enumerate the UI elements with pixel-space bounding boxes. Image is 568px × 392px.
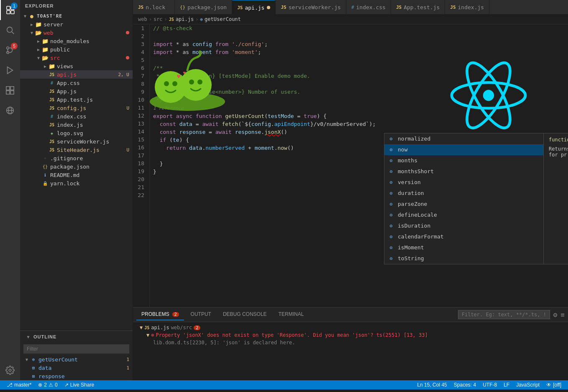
language-label: JavaScript [516, 382, 540, 388]
tab-icon-pkg: {} [180, 5, 185, 10]
tab-index-js[interactable]: JS index.js [445, 0, 489, 15]
status-encoding[interactable]: UTF-8 [479, 382, 500, 388]
panel-filter-input[interactable] [458, 310, 550, 319]
autocomplete-item-now[interactable]: ⊙ now [384, 144, 543, 155]
outline-section: ▼ OUTLINE ▼ ⊕ getUserCount 1 ⊞ data [20, 331, 133, 380]
problem-file-header[interactable]: ▼ JS api.js web/src 2 [136, 324, 565, 331]
status-eye[interactable]: 👁 [off] [543, 382, 565, 388]
tree-item-public[interactable]: ▶ 📁 public [20, 45, 133, 54]
tree-item-src[interactable]: ▼ 📂 src [20, 54, 133, 62]
panel-tab-output[interactable]: OUTPUT [186, 309, 216, 320]
autocomplete-item-version[interactable]: ⊙ version [384, 177, 543, 188]
tree-item-web[interactable]: ▼ 📂 web [20, 28, 133, 37]
autocomplete-label-monthsshort: monthsShort [398, 167, 434, 176]
tree-item-package-json[interactable]: {} package.json [20, 162, 133, 171]
panel-tab-terminal[interactable]: TERMINAL [274, 309, 309, 320]
autocomplete-icon-now: ⊙ [388, 146, 394, 154]
tree-item-serviceworker-js[interactable]: JS serviceWorker.js [20, 137, 133, 146]
tree-item-logo-svg[interactable]: ◈ logo.svg [20, 129, 133, 137]
getUserCount-label: getUserCount [38, 356, 126, 363]
problems-badge: 2 [172, 312, 179, 317]
search-icon[interactable] [0, 20, 20, 40]
tree-item-server[interactable]: ▶ 📁 server [20, 20, 133, 28]
autocomplete-item-parseZone[interactable]: ⊙ parseZone [384, 199, 543, 210]
js-icon-sw: JS [49, 138, 55, 145]
views-label: views [57, 63, 133, 69]
status-line-ending[interactable]: LF [500, 382, 513, 388]
tree-item-gitignore[interactable]: ◦ .gitignore [20, 154, 133, 162]
status-branch[interactable]: ⎇ master* [3, 382, 35, 388]
doc-description: Returns unix time in milliseconds. Overw… [549, 146, 568, 158]
tab-yarn-lock[interactable]: JS n.lock [133, 0, 175, 15]
status-spaces[interactable]: Spaces: 4 [450, 382, 479, 388]
autocomplete-item-calendarFormat[interactable]: ⊙ calendarFormat [384, 231, 543, 242]
tab-app-test-js[interactable]: JS App.test.js [391, 0, 445, 15]
panel-tab-problems[interactable]: PROBLEMS 2 [136, 309, 184, 320]
autocomplete-item-duration[interactable]: ⊙ duration [384, 188, 543, 199]
status-errors[interactable]: ⊗ 2 ⚠ 0 [35, 382, 61, 388]
code-editor: 12345 678910 1112131415 1617181920 2122 … [133, 24, 568, 307]
error-text-1: Property 'jsonX' does not exist on type … [156, 332, 427, 338]
outline-item-data[interactable]: ⊞ data 1 [20, 364, 133, 372]
extensions-icon[interactable] [0, 80, 20, 100]
folder-icon-public: 📁 [42, 46, 49, 53]
public-label: public [50, 46, 133, 53]
svg-icon-logo: ◈ [49, 130, 55, 136]
breadcrumb-api-js[interactable]: api.js [176, 16, 194, 22]
svg-point-4 [7, 27, 13, 33]
outline-item-response[interactable]: ⊞ response [20, 372, 133, 380]
panel-tab-debug-console[interactable]: DEBUG CONSOLE [218, 309, 272, 320]
autocomplete-label-definelocale: defineLocale [398, 211, 437, 219]
var-icon-data: ⊞ [30, 364, 37, 371]
source-control-icon[interactable]: 5 [0, 40, 20, 60]
tree-item-app-js[interactable]: JS App.js [20, 87, 133, 95]
toastre-label: TOAST'RE [37, 13, 133, 19]
autocomplete-item-isDuration[interactable]: ⊙ isDuration [384, 220, 543, 231]
position-label: Ln 15, Col 45 [417, 382, 447, 388]
breadcrumb-getUserCount[interactable]: getUserCount [205, 16, 241, 22]
outline-header: ▼ OUTLINE [20, 331, 133, 343]
autocomplete-item-months[interactable]: ⊙ months [384, 155, 543, 166]
autocomplete-item-toString[interactable]: ⊙ toString [384, 253, 543, 264]
breadcrumb-src[interactable]: src [154, 16, 163, 22]
svg-rect-0 [7, 6, 10, 10]
explorer-icon[interactable]: 1 [0, 0, 20, 20]
outline-filter-input[interactable] [23, 344, 129, 354]
autocomplete-icon-months: ⊙ [388, 156, 394, 165]
tab-index-css[interactable]: # index.css [346, 0, 391, 15]
outline-item-getUserCount[interactable]: ▼ ⊕ getUserCount 1 [20, 355, 133, 364]
autocomplete-label-normalized: normalized [398, 135, 430, 143]
remote-icon[interactable] [0, 100, 20, 120]
tree-item-index-css[interactable]: # index.css [20, 112, 133, 120]
tree-item-api-js[interactable]: JS api.js 2, U [20, 70, 133, 79]
tree-item-node-modules[interactable]: ▶ 📁 node_modules [20, 37, 133, 45]
status-position[interactable]: Ln 15, Col 45 [414, 382, 450, 388]
tab-sw-js[interactable]: JS serviceWorker.js [276, 0, 346, 15]
status-live-share[interactable]: ↗ Live Share [61, 382, 97, 388]
breadcrumb-func-icon: ⊕ [200, 17, 203, 22]
tree-item-app-css[interactable]: # App.css [20, 79, 133, 87]
run-debug-icon[interactable] [0, 60, 20, 80]
status-language[interactable]: JavaScript [513, 382, 543, 388]
autocomplete-item-isMoment[interactable]: ⊙ isMoment [384, 242, 543, 253]
autocomplete-item-monthsShort[interactable]: ⊙ monthsShort [384, 166, 543, 177]
tree-item-readme[interactable]: ℹ README.md [20, 171, 133, 179]
tree-item-views[interactable]: ▶ 📁 views [20, 62, 133, 70]
panel-settings-icon[interactable]: ⚙ [553, 311, 558, 319]
tree-item-toastre[interactable]: ▼ ● TOAST'RE [20, 12, 133, 20]
tree-item-index-js[interactable]: JS index.js [20, 120, 133, 129]
tree-item-config-js[interactable]: JS config.js U [20, 104, 133, 112]
tree-item-siteheader-js[interactable]: JS SiteHeader.js U [20, 146, 133, 154]
tree-item-yarn-lock[interactable]: 🔒 yarn.lock [20, 179, 133, 187]
breadcrumb-web[interactable]: web [138, 16, 147, 22]
panel-close-icon[interactable]: ≡ [560, 311, 565, 319]
autocomplete-item-normalized[interactable]: ⊙ normalized [384, 133, 543, 144]
tab-api-js[interactable]: JS api.js [232, 0, 276, 15]
settings-icon[interactable] [0, 360, 20, 380]
error-count: 2 [44, 382, 47, 388]
tab-package-json[interactable]: {} package.json [175, 0, 232, 15]
index-js-label: index.js [57, 122, 133, 128]
autocomplete-item-defineLocale[interactable]: ⊙ defineLocale [384, 210, 543, 220]
tree-item-app-test-js[interactable]: JS App.test.js [20, 95, 133, 104]
file-icon-gitignore: ◦ [42, 155, 49, 161]
